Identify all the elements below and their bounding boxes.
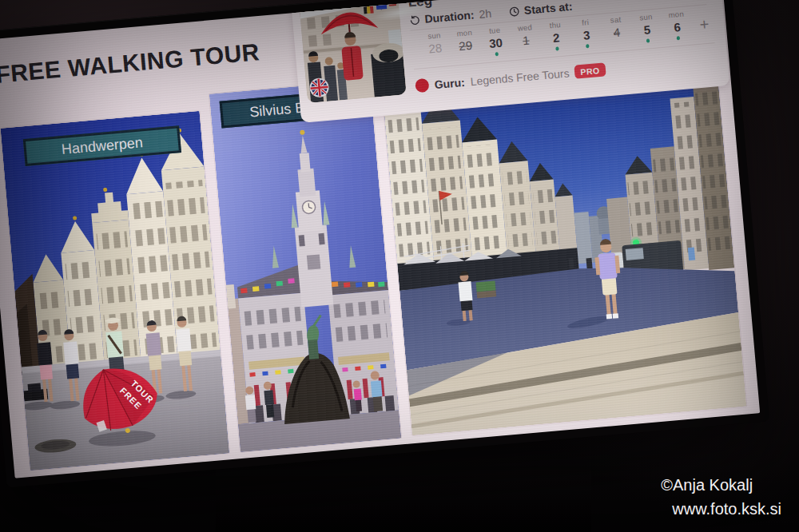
watermark-url: www.foto.ksk.si [672,497,781,521]
uk-flag-icon [310,78,329,97]
tv-bezel: FREE WALKING TOUR [0,0,769,488]
duration-label: Duration: [424,8,475,25]
photo-silvius-brabo-art [209,80,401,452]
availability-dot [646,38,650,42]
day-cell-sun-5[interactable]: sun 5 [630,11,663,44]
tv-stand [216,470,591,532]
guru-label: Guru: [434,75,465,90]
clock-icon [508,6,519,17]
duration-value: 2h [479,7,492,21]
photo-handwerpen: FREE TOUR Handwerpen [0,111,229,470]
photographer-watermark: ©Anja Kokalj www.foto.ksk.si [661,473,781,521]
availability-dot [495,52,499,56]
starts-label: Starts at: [523,0,573,17]
guru-avatar [415,78,429,93]
day-cell-mon-6[interactable]: mon 6 [661,9,694,42]
photograph-of-tv: FREE WALKING TOUR [0,0,799,532]
day-cell-tue-30[interactable]: tue 30 [479,25,512,58]
pro-badge: PRO [574,62,606,78]
slide-title: FREE WALKING TOUR [0,38,260,89]
day-cell-wed-1[interactable]: wed 1 [510,22,543,54]
photo-silvius-brabo: Silvius Brabo [209,80,401,452]
watermark-name: ©Anja Kokalj [661,473,781,497]
day-cell-mon-29[interactable]: mon 29 [449,27,482,60]
guru-row: Guru: Legends Free Tours PRO [415,62,606,93]
day-cell-thu-2[interactable]: thu 2 [539,19,572,52]
tv-screen: FREE WALKING TOUR [0,0,760,478]
availability-dot [586,44,590,48]
more-dates-button[interactable]: + [691,6,718,38]
day-cell-sun-28[interactable]: sun 28 [419,30,451,62]
guru-name-link[interactable]: Legends Free Tours [470,66,570,88]
availability-dot [676,36,680,40]
day-cell-sat-4[interactable]: sat 4 [600,14,633,46]
availability-dot [555,46,559,50]
day-cell-fri-3[interactable]: fri 3 [570,17,602,50]
